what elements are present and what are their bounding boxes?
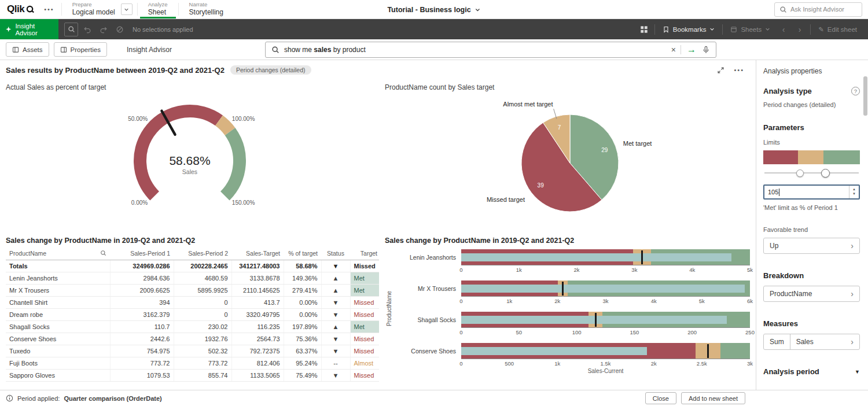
analysis-period-caret[interactable]: ▼ <box>855 369 860 375</box>
table-row-totals[interactable]: Totals324969.0286200228.2465341217.48003… <box>6 260 379 272</box>
column-header-sales-period-1[interactable]: Sales-Period 1 <box>110 247 174 260</box>
slider-handle-high[interactable] <box>821 169 830 178</box>
table-row-mr-x-trousers[interactable]: Mr X Trousers2009.66255895.99252110.1456… <box>6 284 379 296</box>
sheets-label: Sheets <box>741 26 762 33</box>
measure-bar[interactable] <box>461 253 731 261</box>
app-overview-button[interactable] <box>637 23 651 36</box>
submit-query-button[interactable]: → <box>686 45 697 54</box>
step-back-button[interactable] <box>80 23 94 36</box>
spinner-down-icon[interactable]: ▼ <box>852 192 856 197</box>
tab-narrate-storytelling[interactable]: Narrate Storytelling <box>181 0 231 19</box>
tab-label: Sheet <box>148 8 168 17</box>
bullet-axis: 05001k1.5k2k2.5k3k <box>461 359 750 367</box>
more-options-button[interactable]: ••• <box>734 67 744 73</box>
assets-button[interactable]: Assets <box>6 42 49 57</box>
pie-chart-title: ProductName count by Sales target <box>385 83 750 91</box>
bullet-row-lenin-jeanshorts[interactable]: Lenin Jeanshorts01k2k3k4k5k <box>393 249 750 274</box>
breakdown-select[interactable]: ProductName › <box>763 286 860 302</box>
table-row-fuji-boots[interactable]: Fuji Boots773.72773.72812.40695.24%--Alm… <box>6 357 379 369</box>
qlik-logo-text: Qlik <box>7 3 24 15</box>
column-header-sales-target[interactable]: Sales-Target <box>231 247 284 260</box>
table-row-lenin-jeanshorts[interactable]: Lenin Jeanshorts2984.6364680.593133.8678… <box>6 272 379 284</box>
measure-aggregation-select[interactable]: Sum <box>764 334 790 349</box>
table-cell: Lenin Jeanshorts <box>6 272 110 284</box>
close-button[interactable]: Close <box>645 392 676 404</box>
measure-field-select[interactable]: Sales › <box>790 334 859 349</box>
gauge-chart-panel[interactable]: Actual Sales as percent of target 0.00%5… <box>0 80 379 233</box>
met-limit-input[interactable]: 105 ▲▼ <box>763 184 860 200</box>
properties-panel-icon <box>60 46 67 53</box>
table-cell: Missed <box>350 333 379 345</box>
next-sheet-button[interactable]: › <box>793 23 807 36</box>
table-row-dream-robe[interactable]: Dream robe3162.37903320.497950.00%▼Misse… <box>6 308 379 320</box>
table-cell: 2009.6625 <box>110 284 174 296</box>
bullet-row-shagall-socks[interactable]: Shagall Socks050100150200250 <box>393 312 750 336</box>
column-header-target[interactable]: Target <box>350 247 379 260</box>
table-row-chantell-shirt[interactable]: Chantell Shirt3940413.70.00%▼Missed <box>6 296 379 308</box>
global-menu-button[interactable]: ••• <box>39 0 59 19</box>
axis-tick-label: 250 <box>745 329 755 335</box>
column-header-status[interactable]: Status <box>321 247 350 260</box>
bookmark-icon <box>663 26 670 33</box>
axis-tick-label: 5k <box>747 267 753 273</box>
selections-tool-button[interactable] <box>64 23 78 36</box>
bullet-chart-panel[interactable]: Sales change by ProductName in 2019-Q2 a… <box>379 233 756 390</box>
limits-slider[interactable] <box>763 167 860 179</box>
column-search-icon[interactable] <box>100 250 106 256</box>
qlik-logo-icon <box>26 5 35 14</box>
column-header-productname[interactable]: ProductName <box>6 247 110 260</box>
measure-bar[interactable] <box>461 285 745 293</box>
period-applied-info: Period applied: Quarter comparison (Orde… <box>6 394 162 402</box>
tab-caption: Narrate <box>189 1 223 8</box>
axis-tick-label: 1.5k <box>601 360 611 367</box>
favorable-trend-select[interactable]: Up › <box>763 238 860 254</box>
insight-advisor-title: Insight Advisor <box>127 46 172 54</box>
bullet-row-conserve-shoes[interactable]: Conserve Shoes05001k1.5k2k2.5k3k <box>393 343 750 367</box>
pie-chart-panel[interactable]: ProductName count by Sales target 29Met … <box>379 80 756 233</box>
insight-search-box[interactable]: show me sales by product × → <box>265 42 716 58</box>
table-row-sapporo-gloves[interactable]: Sapporo Gloves1079.53855.741133.506575.4… <box>6 369 379 381</box>
table-cell: Missed <box>350 260 379 272</box>
slider-handle-low[interactable] <box>796 169 804 177</box>
number-spinner[interactable]: ▲▼ <box>849 186 859 198</box>
column-header--of-target[interactable]: % of target <box>284 247 321 260</box>
comparison-table-panel[interactable]: Sales change by ProductName in 2019-Q2 a… <box>0 233 379 390</box>
prev-sheet-button[interactable]: ‹ <box>777 23 790 36</box>
spinner-up-icon[interactable]: ▲ <box>852 187 856 192</box>
voice-input-button[interactable] <box>702 46 710 54</box>
step-forward-button[interactable] <box>97 23 111 36</box>
help-icon[interactable]: ? <box>851 87 860 95</box>
table-cell: 394 <box>110 296 174 308</box>
table-cell: 2442.6 <box>110 333 174 345</box>
gauge-value-label: 58.68% <box>169 154 210 167</box>
ask-insight-advisor-input[interactable]: Ask Insight Advisor <box>774 2 862 17</box>
app-title-menu[interactable]: Tutorial - Business logic <box>387 0 480 19</box>
table-row-tuxedo[interactable]: Tuxedo754.975502.32792.7237563.37%▼Misse… <box>6 345 379 357</box>
undo-icon <box>83 25 91 34</box>
properties-button[interactable]: Properties <box>54 42 107 57</box>
table-row-conserve-shoes[interactable]: Conserve Shoes2442.61932.762564.7375.36%… <box>6 333 379 345</box>
clear-query-button[interactable]: × <box>671 46 676 54</box>
edit-sheet-button[interactable]: ✎ Edit sheet <box>813 25 862 34</box>
measure-bar[interactable] <box>461 347 647 355</box>
column-header-sales-period-2[interactable]: Sales-Period 2 <box>174 247 231 260</box>
axis-tick-label: 4k <box>651 298 657 304</box>
bullet-row-mr-x-trousers[interactable]: Mr X Trousers01k2k3k4k5k6k <box>393 280 750 305</box>
table-row-shagall-socks[interactable]: Shagall Socks110.7230.02116.235197.89%▲M… <box>6 320 379 333</box>
analysis-type-value: Period changes (detailed) <box>763 101 860 108</box>
bullet-axis: 01k2k3k4k5k6k <box>461 297 750 305</box>
table-cell: ▼ <box>321 308 350 320</box>
add-to-new-sheet-button[interactable]: Add to new sheet <box>681 392 745 404</box>
clear-selections-button[interactable] <box>113 23 127 36</box>
insight-advisor-toggle[interactable]: Insight Advisor <box>0 19 58 39</box>
expand-icon[interactable] <box>717 67 724 74</box>
tab-prepare-logical-model[interactable]: Prepare Logical model <box>64 0 123 19</box>
qlik-logo[interactable]: Qlik <box>0 0 39 19</box>
table-cell: 75.36% <box>284 333 321 345</box>
table-cell: 230.02 <box>174 320 231 333</box>
bookmarks-menu[interactable]: Bookmarks <box>657 26 720 33</box>
table-cell: Met <box>350 272 379 284</box>
tab-analyze-sheet[interactable]: Analyze Sheet <box>140 0 176 19</box>
panel-scrollbar[interactable] <box>863 76 867 116</box>
sheets-menu[interactable]: Sheets <box>725 26 775 33</box>
